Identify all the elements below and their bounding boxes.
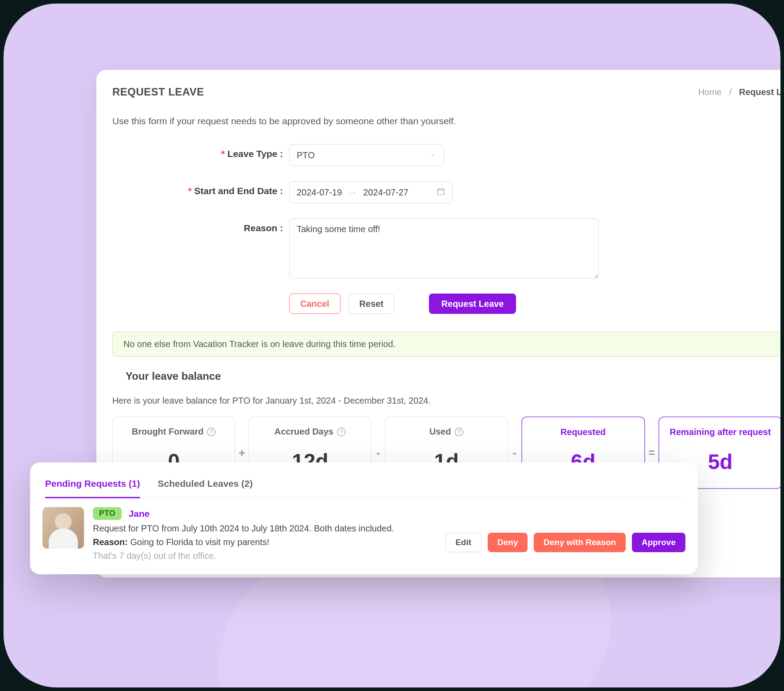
help-icon[interactable]: ?: [207, 428, 216, 436]
help-icon[interactable]: ?: [455, 428, 463, 436]
avatar: [42, 507, 84, 549]
tab-pending[interactable]: Pending Requests (1): [45, 471, 140, 498]
leave-type-label: * Leave Type :: [112, 144, 289, 159]
edit-button[interactable]: Edit: [445, 533, 482, 552]
request-footnote: That's 7 day(s) out of the office.: [93, 551, 436, 561]
end-date: 2024-07-27: [363, 187, 408, 198]
approve-button[interactable]: Approve: [632, 533, 685, 552]
request-reason: Reason: Going to Florida to visit my par…: [93, 537, 436, 547]
chevron-down-icon: [429, 152, 436, 159]
form-instruction: Use this form if your request needs to b…: [112, 116, 780, 126]
page-title: REQUEST LEAVE: [112, 86, 204, 98]
reset-button[interactable]: Reset: [348, 294, 394, 314]
request-row: PTO Jane Request for PTO from July 10th …: [42, 498, 685, 561]
deny-with-reason-button[interactable]: Deny with Reason: [534, 533, 626, 552]
deny-button[interactable]: Deny: [488, 533, 528, 552]
leave-type-select[interactable]: PTO: [289, 144, 444, 166]
breadcrumb-home[interactable]: Home: [698, 87, 722, 97]
svg-rect-0: [438, 189, 444, 195]
leave-type-tag: PTO: [93, 507, 122, 520]
leave-type-value: PTO: [297, 150, 315, 160]
reason-textarea[interactable]: [289, 218, 599, 279]
date-range-picker[interactable]: 2024-07-19 → 2024-07-27: [289, 181, 453, 203]
user-link[interactable]: Jane: [129, 508, 150, 519]
breadcrumb: Home / Request Le: [698, 87, 780, 97]
date-label: * Start and End Date :: [112, 181, 289, 196]
cancel-button[interactable]: Cancel: [289, 294, 340, 314]
balance-title: Your leave balance: [126, 370, 780, 382]
breadcrumb-sep: /: [729, 87, 732, 97]
breadcrumb-current: Request Le: [739, 87, 780, 97]
balance-subtitle: Here is your leave balance for PTO for J…: [112, 396, 780, 406]
help-icon[interactable]: ?: [337, 428, 346, 436]
request-leave-button[interactable]: Request Leave: [429, 294, 516, 314]
request-summary: Request for PTO from July 10th 2024 to J…: [93, 523, 436, 534]
reason-label: Reason :: [112, 218, 289, 233]
arrow-right-icon: →: [348, 187, 357, 198]
start-date: 2024-07-19: [297, 187, 342, 198]
tab-scheduled[interactable]: Scheduled Leaves (2): [158, 471, 253, 498]
calendar-icon: [436, 187, 445, 198]
info-banner: No one else from Vacation Tracker is on …: [112, 332, 780, 357]
pending-requests-card: Pending Requests (1) Scheduled Leaves (2…: [30, 462, 698, 574]
